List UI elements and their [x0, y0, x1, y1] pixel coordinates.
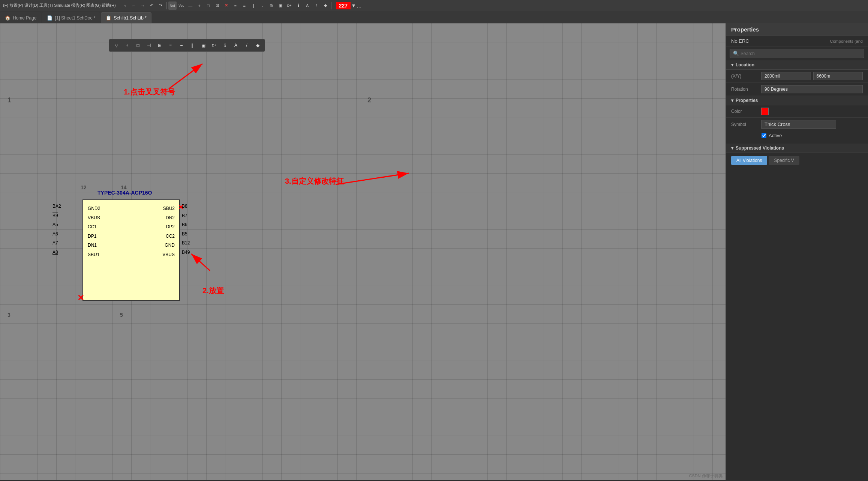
toolbar-busentry[interactable]: ≡	[240, 1, 249, 10]
suppressed-collapse-icon[interactable]: ▾	[731, 145, 733, 151]
rotation-label: Rotation	[731, 87, 761, 92]
location-section-header: ▾ Location	[726, 60, 868, 70]
left-pin-b9: B9	[52, 211, 61, 220]
top-toolbar: (F) 放置(P) 设计(D) 工具(T) Simulate 报告(R) 图表(…	[0, 0, 868, 11]
toolbar-line[interactable]: /	[312, 1, 321, 10]
components-label: Components (and	[830, 39, 863, 43]
dropdown-arrow[interactable]: ▾	[352, 2, 355, 9]
color-row: Color	[726, 105, 868, 118]
no-erc-label: No ERC	[731, 38, 749, 44]
draw-pipe[interactable]: ‖	[187, 40, 197, 50]
search-input[interactable]	[741, 51, 861, 56]
symbol-value-input[interactable]	[761, 120, 836, 129]
toolbar-plus[interactable]: +	[195, 1, 204, 10]
toolbar-net[interactable]: Net	[168, 1, 177, 10]
draw-wave[interactable]: ≈	[166, 40, 175, 50]
toolbar-vcc[interactable]: Vcc	[177, 1, 186, 10]
left-pin-a7: A7	[52, 238, 61, 248]
draw-power2[interactable]: ▣	[198, 40, 208, 50]
inner-pin-dn2: DN2	[162, 213, 175, 223]
tab-home[interactable]: 🏠 Home Page	[0, 12, 41, 23]
color-label: Color	[731, 109, 761, 114]
toolbar-text[interactable]: A	[303, 1, 312, 10]
canvas-area[interactable]: ▽ + □ ⊣ ⊞ ≈ – ‖ ▣ D+ ℹ A / ◆ 1.点击叉叉符号	[0, 23, 726, 480]
right-pin-b6: B6	[182, 220, 190, 229]
location-collapse-icon[interactable]: ▾	[731, 62, 733, 67]
toolbar-back[interactable]: ←	[130, 1, 138, 10]
properties-section-header: ▾ Properties	[726, 96, 868, 105]
component-right-inner: SBU2 DN2 DP2 CC2 GND VBUS	[162, 204, 175, 259]
toolbar-undo[interactable]: ↶	[148, 1, 156, 10]
grid-num-3: 3	[7, 312, 10, 318]
toolbar-noconnect[interactable]: ✕	[222, 1, 231, 10]
draw-rect[interactable]: □	[133, 40, 143, 50]
draw-add[interactable]: +	[122, 40, 132, 50]
inner-pin-gnd: GND	[162, 241, 175, 250]
toolbar-offsheet[interactable]: ⟰	[267, 1, 276, 10]
tab-sheet1[interactable]: 📄 [1] Sheet1.SchDoc *	[42, 12, 100, 23]
rotation-value-input[interactable]	[761, 85, 863, 93]
location-xy-row: (X/Y)	[726, 70, 868, 83]
toolbar-component[interactable]: ⊡	[213, 1, 222, 10]
draw-grid[interactable]: ⊞	[155, 40, 165, 50]
inner-pin-dp2: DP2	[162, 222, 175, 232]
left-pin-a6: A6	[52, 229, 61, 239]
toolbar-erc[interactable]: ℹ	[294, 1, 303, 10]
toolbar-power[interactable]: ▣	[276, 1, 285, 10]
draw-text[interactable]: A	[231, 40, 241, 50]
grid-num-1: 1	[7, 96, 11, 104]
draw-line2[interactable]: /	[242, 40, 252, 50]
draw-filter[interactable]: ▽	[111, 40, 121, 50]
left-pin-a8: A8	[52, 248, 61, 257]
toolbar-bus[interactable]: ≈	[231, 1, 240, 10]
toolbar-netport[interactable]: ⋮	[258, 1, 267, 10]
toolbar-fwd[interactable]: →	[139, 1, 147, 10]
toolbar-home-icon[interactable]: ⌂	[121, 1, 129, 10]
toolbar-redo[interactable]: ↷	[157, 1, 165, 10]
draw-dash[interactable]: –	[177, 40, 186, 50]
svg-line-1	[169, 64, 202, 89]
y-value-input[interactable]	[813, 72, 863, 80]
component-container: TYPEC-304A-ACP16O GND2 VBUS CC1 DP1 DN1 …	[52, 199, 161, 304]
active-checkbox[interactable]	[762, 133, 766, 138]
draw-poly[interactable]: ◆	[253, 40, 262, 50]
violations-tab-specific[interactable]: Specific V	[769, 156, 799, 165]
toolbar-d-plus[interactable]: D+	[285, 1, 294, 10]
right-pin-b7: B7	[182, 211, 190, 220]
component-left-inner: GND2 VBUS CC1 DP1 DN1 SBU1	[88, 204, 100, 259]
xy-label: (X/Y)	[731, 73, 761, 79]
annotation-1: 1.点击叉叉符号	[124, 87, 175, 97]
draw-info[interactable]: ℹ	[220, 40, 230, 50]
menu-file[interactable]: (F) 放置(P) 设计(D) 工具(T) Simulate 报告(R) 图表(…	[1, 3, 117, 8]
toolbar-wire[interactable]: —	[186, 1, 195, 10]
inner-pin-dp1: DP1	[88, 232, 100, 241]
component-inner: GND2 VBUS CC1 DP1 DN1 SBU1 SBU2 DN2 DP2 …	[83, 200, 179, 263]
draw-dp[interactable]: D+	[209, 40, 219, 50]
component-title: TYPEC-304A-ACP16O	[97, 190, 152, 196]
tab-schlib[interactable]: 📋 Schlib1.SchLib *	[101, 12, 151, 23]
inner-pin-sbu1: SBU1	[88, 250, 100, 259]
red-cross-1: ✕	[77, 293, 84, 303]
color-swatch[interactable]	[761, 108, 769, 115]
symbol-row: Symbol	[726, 118, 868, 131]
toolbar-polygon[interactable]: ◆	[321, 1, 330, 10]
inner-pin-vbus: VBUS	[88, 213, 100, 223]
search-bar[interactable]: 🔍	[730, 49, 864, 58]
svg-line-2	[191, 254, 210, 271]
properties-section-label: Properties	[736, 98, 758, 103]
csdn-watermark: CSDN @菲子叽叽	[689, 473, 723, 479]
grid-num-5: 5	[120, 312, 123, 318]
left-pin-a5: A5	[52, 220, 61, 229]
left-pins: BA2 B9 A5 A6 A7 A8	[52, 202, 61, 257]
tab-schlib-icon: 📋	[106, 15, 111, 21]
violations-tab-all[interactable]: All Violations	[731, 156, 767, 165]
annotation-2-text: 2.放置	[202, 286, 224, 295]
toolbar-junction[interactable]: ‖	[249, 1, 258, 10]
draw-stretch[interactable]: ⊣	[144, 40, 154, 50]
annotation-2: 2.放置	[202, 286, 224, 296]
more-options[interactable]: ...	[357, 2, 361, 9]
panel-title: Properties	[726, 23, 868, 36]
toolbar-rect[interactable]: □	[204, 1, 213, 10]
properties-collapse-icon[interactable]: ▾	[731, 98, 733, 103]
x-value-input[interactable]	[761, 72, 811, 80]
